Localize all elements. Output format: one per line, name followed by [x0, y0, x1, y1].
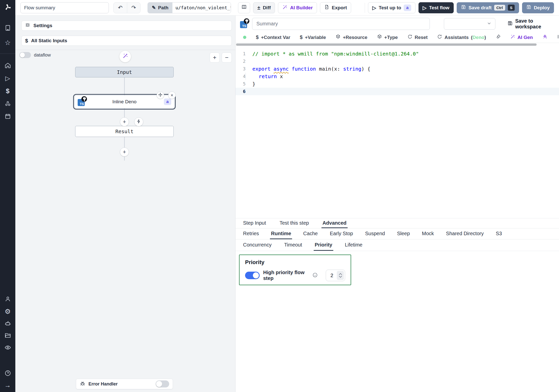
gear-icon[interactable]: ⚙: [0, 308, 15, 316]
code-line: 4 return x: [236, 73, 559, 80]
ai-builder-button[interactable]: AI Builder: [278, 2, 317, 13]
add-step-button-top[interactable]: +: [120, 117, 129, 126]
sidebar-divider: [0, 54, 15, 54]
library-button[interactable]: Library: [557, 34, 559, 40]
delete-step-button[interactable]: ×: [168, 91, 176, 99]
docs-book-button[interactable]: [238, 2, 250, 13]
priority-number-input[interactable]: 2: [326, 270, 345, 281]
save-to-workspace-button[interactable]: Save to workspace: [507, 18, 559, 30]
error-handler-card[interactable]: Error Handler: [76, 379, 173, 389]
step-tabs: Step Input Test this step Advanced: [236, 218, 559, 228]
flow-settings-button[interactable]: Settings: [21, 21, 232, 31]
package-icon: [336, 34, 341, 40]
high-priority-label: High priority flow step: [263, 270, 309, 281]
star-icon[interactable]: ☆: [0, 39, 15, 47]
wand-icon: [510, 34, 515, 40]
tab-step-input[interactable]: Step Input: [242, 218, 267, 228]
add-context-var-button[interactable]: $ +Context Var: [256, 34, 290, 40]
topbar: ↶ ↷ ✎ Path u/faton/non_violent_flc ± Dif…: [15, 0, 559, 16]
ai-flow-wand-button[interactable]: [119, 51, 131, 62]
add-type-button[interactable]: +Type: [377, 34, 398, 40]
folder-icon[interactable]: [0, 332, 15, 339]
dollar-icon[interactable]: $: [0, 87, 15, 95]
user-icon[interactable]: [0, 296, 15, 302]
tab-suspend[interactable]: Suspend: [364, 228, 386, 239]
calendar-icon[interactable]: [0, 113, 15, 120]
tab-runtime[interactable]: Runtime: [270, 228, 292, 239]
tab-lifetime[interactable]: Lifetime: [344, 239, 363, 251]
error-handler-toggle[interactable]: [156, 380, 169, 387]
code-line: 3 export async function main(x: string) …: [236, 65, 559, 73]
dataflow-toggle[interactable]: [19, 52, 31, 58]
tab-concurrency[interactable]: Concurrency: [242, 239, 272, 251]
building-icon[interactable]: [0, 25, 15, 31]
home-icon[interactable]: [0, 62, 15, 69]
tab-test-this-step[interactable]: Test this step: [278, 218, 310, 228]
add-step-button-bottom[interactable]: +: [120, 148, 129, 157]
reset-button[interactable]: Reset: [407, 34, 428, 40]
arrow-right-icon[interactable]: →: [0, 381, 15, 389]
tab-s3[interactable]: S3: [495, 228, 503, 239]
hub-icon[interactable]: [0, 100, 15, 107]
tab-cache[interactable]: Cache: [302, 228, 319, 239]
book-icon: [241, 4, 247, 11]
test-up-to-label: Test up to: [379, 5, 401, 11]
flow-summary-input[interactable]: [20, 2, 109, 13]
path-value[interactable]: u/faton/non_violent_flc: [172, 3, 231, 13]
kbd-ctrl: Ctrl: [494, 5, 505, 11]
diff-button[interactable]: ± Diff: [253, 2, 275, 13]
export-button[interactable]: Export: [320, 2, 351, 13]
tab-shared-directory[interactable]: Shared Directory: [445, 228, 485, 239]
chevron-up-icon: [339, 273, 342, 275]
tab-priority[interactable]: Priority: [314, 239, 333, 251]
test-up-to-button[interactable]: ▷ Test up to a: [368, 2, 415, 13]
format-brush-button[interactable]: [496, 34, 501, 40]
advanced-tabs: Retries Runtime Cache Early Stop Suspend…: [236, 228, 559, 239]
workspace-script-select[interactable]: [444, 18, 495, 30]
play-icon[interactable]: ▷: [0, 75, 15, 82]
status-dot: [243, 36, 246, 39]
tab-timeout[interactable]: Timeout: [283, 239, 303, 251]
all-static-inputs-button[interactable]: $ All Static Inputs: [21, 36, 232, 46]
ai-gen-button[interactable]: AI Gen: [510, 34, 533, 40]
code-editor[interactable]: 1 // import * as wmill from "npm:windmil…: [236, 43, 559, 218]
editor-scrollbar[interactable]: [236, 43, 537, 46]
deploy-button[interactable]: Deploy: [522, 2, 554, 13]
move-icon: [158, 93, 162, 98]
move-step-button[interactable]: [157, 91, 164, 99]
tab-sleep[interactable]: Sleep: [396, 228, 411, 239]
path-label: Path: [158, 5, 168, 11]
sparkles-icon-button[interactable]: [542, 34, 547, 40]
robot-icon[interactable]: [0, 320, 15, 327]
high-priority-toggle[interactable]: [245, 272, 260, 279]
step-panel: TS Save to workspace $ +Context Var $ +V…: [235, 16, 559, 392]
path-group[interactable]: ✎ Path u/faton/non_violent_flc: [148, 2, 231, 13]
tab-retries[interactable]: Retries: [242, 228, 260, 239]
tab-advanced[interactable]: Advanced: [321, 218, 348, 228]
windmill-logo-icon[interactable]: [0, 4, 15, 11]
assistants-button[interactable]: Assistants (Deno): [437, 34, 486, 40]
zoom-out-button[interactable]: −: [222, 53, 232, 63]
number-stepper[interactable]: [337, 271, 344, 280]
sparkles-icon: [542, 34, 547, 40]
result-node[interactable]: Result: [75, 126, 174, 137]
zoom-in-button[interactable]: +: [210, 53, 220, 63]
tab-early-stop[interactable]: Early Stop: [329, 228, 354, 239]
inline-deno-node[interactable]: TS Inline Deno a ×: [74, 95, 174, 108]
diff-label: Diff: [263, 5, 271, 11]
wand-icon: [282, 5, 288, 11]
add-resource-button[interactable]: +Resource: [336, 34, 367, 40]
step-summary-input[interactable]: [252, 18, 430, 30]
save-draft-button[interactable]: Save draft Ctrl S: [457, 2, 519, 13]
undo-button[interactable]: ↶: [114, 3, 127, 13]
add-variable-button[interactable]: $ +Variable: [300, 34, 326, 40]
help-icon[interactable]: [0, 370, 15, 376]
trigger-bolt-button[interactable]: [134, 117, 143, 126]
redo-button[interactable]: ↷: [127, 3, 140, 13]
ai-builder-label: AI Builder: [290, 5, 313, 11]
tab-mock[interactable]: Mock: [421, 228, 435, 239]
eye-icon[interactable]: [0, 344, 15, 351]
test-flow-button[interactable]: ▷ Test flow: [418, 2, 454, 13]
input-node[interactable]: Input: [75, 67, 174, 77]
info-icon[interactable]: [312, 272, 318, 279]
